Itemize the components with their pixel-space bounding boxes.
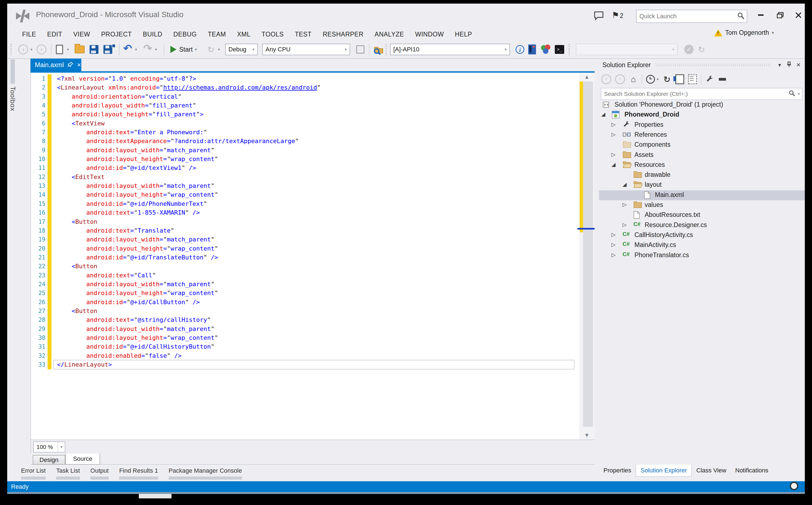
new-file-dropdown[interactable]: ▾ <box>67 41 69 58</box>
code-line[interactable]: android:layout_width="match_parent" <box>57 280 321 289</box>
tree-item-callhistoryactivity-cs[interactable]: ▷C#CallHistoryActivity.cs <box>599 230 805 240</box>
code-line[interactable]: android:text="Enter a Phoneword:" <box>57 128 321 137</box>
collapse-icon[interactable]: ◢ <box>611 161 616 168</box>
code-line[interactable]: android:text="Translate" <box>57 226 321 235</box>
feedback-smiley-icon[interactable] <box>790 482 798 490</box>
toolbar-grip[interactable] <box>568 43 570 55</box>
bottom-tab-task-list[interactable]: Task List <box>56 467 80 480</box>
navigate-back-dropdown[interactable]: ▾ <box>30 41 33 58</box>
tree-item-references[interactable]: ▷References <box>599 130 805 140</box>
undo-dropdown[interactable]: ▾ <box>135 41 137 58</box>
solution-explorer-search-input[interactable] <box>601 90 789 98</box>
scroll-down-icon[interactable]: ▼ <box>579 432 595 439</box>
close-button[interactable] <box>790 9 807 22</box>
save-button[interactable] <box>90 41 99 58</box>
toolbox-tab[interactable]: Toolbox <box>9 59 17 111</box>
collapse-all-button[interactable] <box>718 74 727 85</box>
code-text[interactable]: <?xml version="1.0" encoding="utf-8"?><L… <box>57 74 321 369</box>
code-line[interactable]: android:layout_width="match_parent" <box>57 325 321 333</box>
toolbar-grip[interactable] <box>385 43 387 55</box>
close-icon[interactable]: ✕ <box>794 61 803 68</box>
tree-item-main-axml[interactable]: Main.axml <box>599 190 805 200</box>
code-line[interactable]: android:textAppearance="?android:attr/te… <box>57 137 321 146</box>
tree-item-mainactivity-cs[interactable]: ▷C#MainActivity.cs <box>599 240 805 250</box>
bottom-tab-error-list[interactable]: Error List <box>21 467 46 480</box>
navigate-forward-button[interactable]: › <box>36 41 46 58</box>
scroll-up-icon[interactable]: ▲ <box>579 74 595 80</box>
tab-source[interactable]: Source <box>65 454 100 465</box>
document-tab-main-axml[interactable]: Main.axml × <box>30 58 81 71</box>
solution-explorer-search[interactable]: ▾ <box>601 88 803 100</box>
restore-button[interactable] <box>772 9 789 22</box>
expand-icon[interactable]: ▷ <box>611 241 616 248</box>
minimize-button[interactable] <box>752 9 770 22</box>
code-line[interactable]: android:layout_height="wrap_content" <box>57 155 321 164</box>
window-position-dropdown[interactable]: ▾ <box>775 61 784 68</box>
menu-item-edit[interactable]: EDIT <box>42 31 68 38</box>
refresh-button[interactable]: ↻ <box>207 41 214 58</box>
code-line[interactable]: android:layout_height="wrap_content" <box>57 289 321 298</box>
sync-with-active-document-button[interactable]: ↻ <box>663 74 672 85</box>
panel-tab-solution-explorer[interactable]: Solution Explorer <box>635 465 692 477</box>
open-file-button[interactable] <box>75 41 85 58</box>
code-line[interactable]: android:id="@+id/textView1" /> <box>57 164 321 172</box>
tree-item-properties[interactable]: ▷Properties <box>599 120 805 130</box>
bottom-tab-find-results-1[interactable]: Find Results 1 <box>119 467 158 480</box>
code-line[interactable]: android:id="@+id/PhoneNumberText" <box>57 199 321 208</box>
tree-item-drawable[interactable]: drawable <box>599 170 805 180</box>
device-log-button[interactable] <box>528 41 536 58</box>
sdk-manager-button[interactable] <box>541 41 552 58</box>
menu-item-project[interactable]: PROJECT <box>96 31 137 38</box>
save-all-button[interactable] <box>103 41 112 58</box>
start-debug-button[interactable]: Start ▾ <box>170 41 197 58</box>
pin-icon[interactable] <box>68 61 73 69</box>
tree-item-solution-phoneword-droid-1-project-[interactable]: Solution 'Phoneword_Droid' (1 project) <box>599 100 805 110</box>
panel-drag-grip[interactable] <box>655 63 771 66</box>
code-line[interactable]: <Button <box>57 307 321 316</box>
expand-icon[interactable]: ▷ <box>622 201 627 208</box>
code-line[interactable]: android:layout_width="match_parent" <box>57 235 321 244</box>
menu-item-help[interactable]: HELP <box>449 31 478 38</box>
tree-item-resources[interactable]: ◢Resources <box>599 160 805 170</box>
code-line[interactable]: <Button <box>57 262 321 271</box>
tree-item-resource-designer-cs[interactable]: ▷C#Resource.Designer.cs <box>599 220 805 230</box>
notifications-flag[interactable]: ⚑2 <box>612 10 623 20</box>
preview-selected-items-button[interactable] <box>688 74 697 85</box>
feedback-icon[interactable] <box>593 11 605 22</box>
user-account[interactable]: Tom Opgenorth ▾ <box>714 29 774 36</box>
quick-launch[interactable] <box>636 10 747 23</box>
menu-item-debug[interactable]: DEBUG <box>168 31 202 38</box>
menu-item-build[interactable]: BUILD <box>137 31 168 38</box>
menu-item-view[interactable]: VIEW <box>68 31 96 38</box>
new-file-button[interactable] <box>56 41 63 58</box>
undo-button[interactable]: ↶ <box>123 40 132 57</box>
search-icon[interactable] <box>789 90 795 98</box>
expand-icon[interactable]: ▷ <box>611 252 616 258</box>
scrollbar-thumb[interactable] <box>583 81 593 427</box>
code-line[interactable]: android:text="1-855-XAMARIN" /> <box>57 208 321 217</box>
menu-item-team[interactable]: TEAM <box>202 31 231 38</box>
tree-item-components[interactable]: Components <box>599 140 805 150</box>
panel-tab-properties[interactable]: Properties <box>599 465 635 476</box>
code-line[interactable]: android:layout_width="match_parent" <box>57 181 321 190</box>
expand-icon[interactable]: ▷ <box>611 231 616 238</box>
code-line[interactable]: android:id="@+id/CallButton" /> <box>57 298 321 307</box>
expand-icon[interactable]: ▷ <box>622 221 627 228</box>
menu-item-analyze[interactable]: ANALYZE <box>369 31 410 38</box>
tree-item-phonetranslator-cs[interactable]: ▷C#PhoneTranslator.cs <box>599 250 805 261</box>
code-line[interactable]: android:layout_height="wrap_content" <box>57 244 321 253</box>
properties-button[interactable] <box>705 74 714 85</box>
bottom-tab-package-manager-console[interactable]: Package Manager Console <box>169 467 242 480</box>
code-line[interactable]: android:text="@string/callHistory" <box>57 316 321 324</box>
adb-shell-button[interactable]: >_ <box>555 41 564 58</box>
solution-explorer-header[interactable]: Solution Explorer ▾ ✕ <box>599 58 805 71</box>
code-line[interactable]: <?xml version="1.0" encoding="utf-8"?> <box>57 74 321 83</box>
tree-item-aboutresources-txt[interactable]: AboutResources.txt <box>599 210 805 220</box>
expand-icon[interactable]: ▷ <box>611 131 616 138</box>
panel-tab-class-view[interactable]: Class View <box>692 465 731 476</box>
tab-design[interactable]: Design <box>33 455 65 465</box>
expand-icon[interactable]: ▷ <box>611 121 616 128</box>
expand-icon[interactable]: ▷ <box>611 151 616 158</box>
tree-item-values[interactable]: ▷values <box>599 200 805 210</box>
tree-item-layout[interactable]: ◢layout <box>599 180 805 190</box>
